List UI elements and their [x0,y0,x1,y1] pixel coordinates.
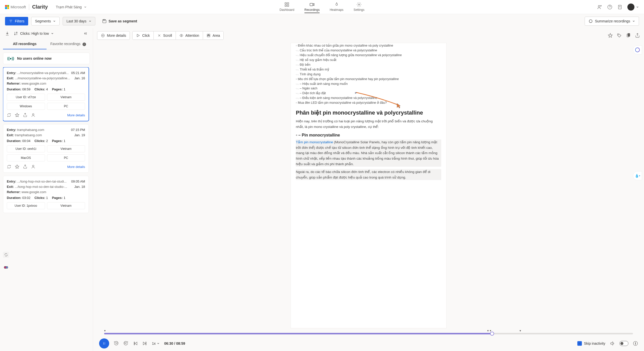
star-icon[interactable] [15,164,19,169]
refresh-icon[interactable] [7,164,11,169]
tag-userid[interactable]: User ID: oexh1i [7,145,45,152]
duration-label: Duration: [7,139,21,143]
click-mode-button[interactable]: Click [133,31,153,40]
volume-icon[interactable] [610,341,615,346]
save-segment-button[interactable]: Save as segment [98,17,141,26]
copy-icon[interactable] [626,33,631,38]
people-icon[interactable] [597,5,602,10]
tag-userid[interactable]: User ID: 1pxtvoo [7,202,45,209]
sidebar-top: Clicks: High to low [3,28,90,39]
header-left: Microsoft Clarity Trạm Phát Sáng [5,4,87,10]
pages-label: Pages: [52,87,63,91]
recording-card[interactable]: Entry: tramphatsang.com 07:15 PM Exit: t… [3,124,89,173]
collapse-icon[interactable] [83,31,88,36]
attention-label: Attention [185,33,199,38]
skip-inactivity-toggle[interactable]: Skip inactivity [577,341,605,346]
chevron-down-icon [51,32,54,35]
rec-time: 09:05 AM [71,180,85,183]
nav-dashboard[interactable]: Dashboard [279,1,294,13]
nav-label: Recordings [304,8,320,12]
scroll-mode-button[interactable]: Scroll [154,31,176,40]
microsoft-logo[interactable]: Microsoft [5,5,26,9]
tag-country[interactable]: Vietnam [47,202,85,209]
prev-button[interactable] [133,341,138,346]
attention-mode-button[interactable]: Attention [176,31,203,40]
pages-label: Pages: [52,196,63,200]
date-range-button[interactable]: Last 30 days [63,17,95,25]
tab-favorite-recordings[interactable]: Favorite recordings i [47,39,90,49]
tag-icon[interactable] [617,33,622,38]
page-paragraph: Tấm pin monocrystalline (MonoCrystalline… [296,139,441,167]
more-details-link[interactable]: More details [67,165,85,169]
entry-label: Entry: [7,128,16,132]
svg-rect-4 [310,3,313,6]
copilot-badge[interactable] [3,264,9,270]
star-icon[interactable] [608,33,613,38]
rewind-button[interactable]: 10 [114,341,119,346]
refresh-badge[interactable] [3,252,9,258]
star-icon[interactable] [15,113,19,117]
chevron-down-icon [89,20,92,23]
cursor-icon [396,103,401,109]
scroll-icon [157,33,161,38]
rec-time: 07:15 PM [71,128,85,132]
sort-button[interactable]: Clicks: High to low [14,31,54,36]
eye-icon [179,33,183,38]
sort-icon [14,31,18,36]
info-icon[interactable]: i [633,341,638,346]
toggle-switch[interactable] [619,341,628,346]
share-icon[interactable] [23,113,27,117]
nav-settings[interactable]: Settings [353,1,364,13]
water-float-icon[interactable]: 💧• [633,171,642,180]
pages-value: 1 [64,139,65,143]
area-mode-button[interactable]: Area [203,31,224,40]
tag-userid[interactable]: User ID: vt7rze [7,94,45,101]
forward-button[interactable]: 30 [123,341,128,346]
clarity-logo[interactable]: Clarity [32,4,48,10]
timeline[interactable]: ▼ ▼▼ ▼ [99,330,638,335]
speed-selector[interactable]: 1x [152,341,160,345]
toc-item: tiêu chí để lựa chọn giữa tấm pin monocr… [296,77,441,81]
recording-card[interactable]: Entry: .../tong-hop-mot-so-den-tai-studi… [3,176,89,213]
recording-card[interactable]: Entry: .../monocrystalline-va-polycrysta… [3,67,89,121]
timeline-scrubber[interactable] [490,332,494,336]
recordings-list[interactable]: Entry: .../monocrystalline-va-polycrysta… [3,67,90,351]
user-menu[interactable] [627,4,639,11]
toc-item: Tính ứng dụng [296,72,441,77]
page-paragraph: Hiện nay, trên thị trường có hai loại pi… [296,119,441,129]
more-details-link[interactable]: More details [67,113,85,117]
pages-value: 1 [64,87,65,91]
refresh-icon[interactable] [7,113,11,117]
more-details-button[interactable]: More details [97,31,130,40]
download-icon[interactable] [5,31,10,36]
user-icon[interactable] [31,164,35,169]
svg-point-18 [32,114,34,115]
scroll-label: Scroll [163,33,172,38]
referrer-value: www.google.com [22,190,46,194]
user-icon[interactable] [31,113,35,117]
notes-icon[interactable] [617,5,622,10]
help-icon[interactable] [607,5,612,10]
segments-button[interactable]: Segments [31,17,60,25]
pause-button[interactable] [99,338,109,348]
tab-all-recordings[interactable]: All recordings [3,39,47,49]
tag-os[interactable]: Windows [7,103,45,110]
filters-button[interactable]: Filters [5,17,28,25]
tag-os[interactable]: MacOS [7,154,45,161]
nav-heatmaps[interactable]: Heatmaps [330,1,344,13]
tag-country[interactable]: Vietnam [47,145,85,152]
tag-device[interactable]: PC [47,103,85,110]
share-icon[interactable] [23,164,27,169]
nav-recordings[interactable]: Recordings [304,1,320,13]
svg-text:i: i [635,342,636,345]
copilot-float-icon[interactable] [633,45,642,54]
tag-device[interactable]: PC [47,154,85,161]
next-button[interactable] [142,341,147,346]
tag-country[interactable]: Vietnam [47,94,85,101]
project-selector[interactable]: Trạm Phát Sáng [56,5,87,9]
dashboard-icon [285,2,290,7]
share-icon[interactable] [635,33,640,38]
toc-item: Mua đèn LED tấm pin monocrystalline và p… [296,100,441,105]
svg-rect-0 [285,3,287,4]
summarize-button[interactable]: Summarize recordings [585,17,639,26]
